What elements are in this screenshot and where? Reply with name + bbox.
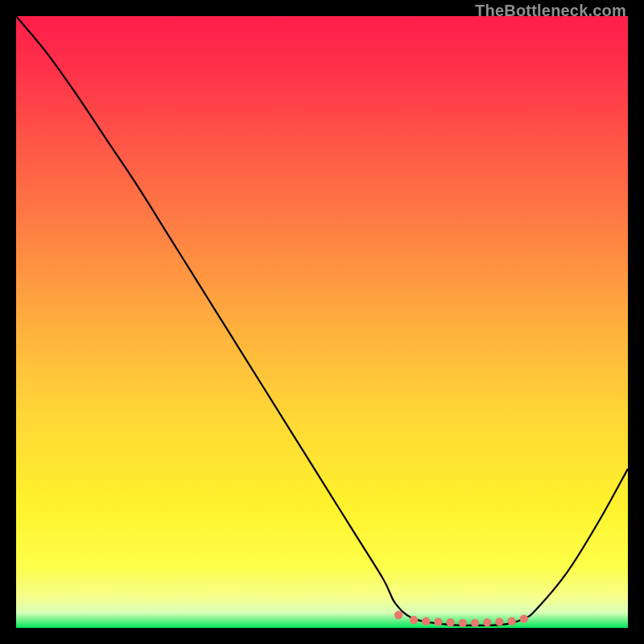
- marker-dot: [520, 614, 528, 622]
- plot-area: [16, 16, 628, 628]
- marker-dot: [410, 616, 418, 624]
- marker-dot: [446, 618, 454, 626]
- curve-layer: [16, 16, 628, 628]
- bottleneck-curve: [16, 16, 628, 625]
- marker-dot: [483, 618, 491, 626]
- marker-dot: [471, 619, 479, 627]
- chart-container: TheBottleneck.com: [0, 0, 644, 644]
- marker-dot: [507, 617, 515, 625]
- marker-dot: [459, 619, 467, 627]
- flat-region-markers: [394, 611, 528, 627]
- marker-dot: [422, 617, 430, 625]
- marker-dot: [434, 617, 442, 625]
- marker-dot: [394, 611, 402, 619]
- attribution-text: TheBottleneck.com: [475, 2, 626, 20]
- marker-dot: [495, 617, 503, 625]
